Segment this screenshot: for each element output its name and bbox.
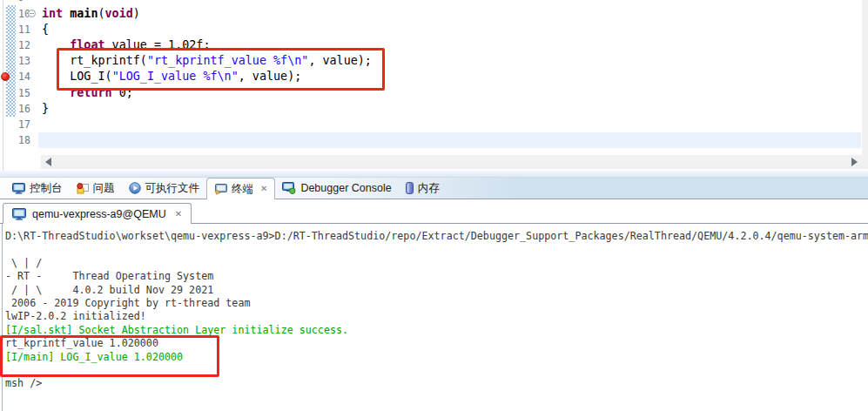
terminal-line: / | \ 4.0.2 build Nov 29 2021 [5, 284, 213, 297]
tab-terminal[interactable]: 终端 ✕ [206, 178, 275, 199]
tab-label: Debugger Console [300, 182, 391, 194]
line-number: 12 [18, 37, 30, 53]
console-monitor-icon [12, 183, 25, 194]
code-line[interactable]: 16} [0, 101, 862, 117]
terminal-line: - RT - Thread Operating System [5, 270, 213, 283]
tab-label: qemu-vexpress-a9@QEMU [32, 208, 166, 220]
tab-label: 内存 [418, 181, 440, 196]
terminal-line: [I/main] LOG_I_value 1.020000 [5, 351, 183, 364]
line-number: 14 [18, 69, 30, 84]
tab-label: 可执行文件 [145, 181, 200, 196]
line-number: 11 [18, 22, 30, 37]
tab-qemu-session[interactable]: qemu-vexpress-a9@QEMU ✕ [3, 203, 192, 224]
tab-console[interactable]: 控制台 [5, 178, 70, 199]
terminal-session-tab-bar: qemu-vexpress-a9@QEMU ✕ [0, 199, 868, 224]
close-icon[interactable]: ✕ [260, 185, 267, 193]
tab-label: 问题 [93, 181, 115, 196]
editor-horizontal-scrollbar[interactable] [41, 155, 868, 169]
memory-icon [406, 182, 414, 194]
scroll-right-arrow-icon[interactable] [851, 158, 858, 166]
ide-window: 910int main(void)11{12 float value = 1.0… [0, 0, 868, 411]
tab-problems[interactable]: 问题 [70, 178, 122, 199]
terminal-output[interactable]: D:\RT-ThreadStudio\workset\qemu-vexpress… [0, 224, 868, 411]
view-tab-bar: 控制台 问题 可执行文件 终端 ✕ Debugger Console [0, 177, 868, 199]
line-number: 17 [18, 117, 30, 132]
tab-label: 控制台 [30, 181, 63, 196]
code-line[interactable]: 14 LOG_I("LOG_I_value %f\n", value); [0, 69, 862, 84]
editor-panel-sash[interactable] [0, 171, 868, 177]
tab-label: 终端 [232, 182, 253, 197]
tab-executables[interactable]: 可执行文件 [122, 178, 207, 199]
code-editor[interactable]: 910int main(void)11{12 float value = 1.0… [0, 0, 868, 171]
line-number: 13 [18, 53, 30, 69]
scroll-left-arrow-icon[interactable] [45, 158, 51, 166]
terminal-line: lwIP-2.0.2 initialized! [5, 310, 146, 323]
terminal-line: 2006 - 2019 Copyright by rt-thread team [5, 297, 250, 310]
line-number: 16 [18, 101, 30, 117]
executables-icon [129, 182, 141, 194]
editor-lines: 910int main(void)11{12 float value = 1.0… [0, 0, 862, 171]
code-line[interactable]: 18 [0, 132, 862, 148]
code-line[interactable]: 15 return 0; [0, 85, 862, 101]
code-line[interactable]: 11{ [0, 22, 862, 37]
terminal-line: msh /> [5, 377, 42, 390]
editor-vertical-scrollbar[interactable] [862, 0, 868, 155]
debugger-console-icon [282, 182, 296, 194]
terminal-icon [214, 184, 227, 195]
terminal-line: \ | / [5, 257, 42, 270]
code-line[interactable]: 13 rt_kprintf("rt_kprintf_value %f\n", v… [0, 53, 862, 69]
monitor-icon [12, 208, 26, 220]
tab-memory[interactable]: 内存 [399, 178, 447, 199]
terminal-line: rt_kprintf_value 1.020000 [5, 337, 158, 350]
terminal-line: [I/sal.skt] Socket Abstraction Layer ini… [5, 324, 348, 337]
terminal-line: D:\RT-ThreadStudio\workset\qemu-vexpress… [5, 230, 868, 243]
problems-icon [77, 183, 89, 194]
line-number: 15 [18, 85, 30, 101]
code-line[interactable]: 10int main(void) [0, 6, 862, 22]
close-icon[interactable]: ✕ [175, 210, 182, 219]
code-line[interactable]: 17 [0, 117, 862, 132]
line-number: 18 [18, 132, 30, 148]
code-line[interactable]: 12 float value = 1.02f; [0, 37, 862, 53]
tab-debugger-console[interactable]: Debugger Console [275, 178, 398, 199]
fold-collapse-icon[interactable] [28, 10, 36, 17]
